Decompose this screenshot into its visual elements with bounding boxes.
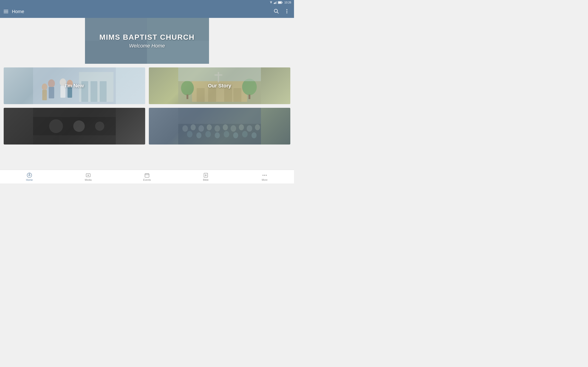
svg-line-8 (277, 12, 278, 13)
svg-rect-0 (274, 3, 275, 4)
status-icons: 10:26 (269, 1, 291, 4)
svg-rect-5 (282, 2, 282, 3)
battery-icon (278, 1, 283, 4)
more-icon (262, 173, 267, 178)
svg-rect-3 (277, 1, 277, 4)
nav-bible[interactable]: Bible (176, 173, 235, 181)
hero-tagline-text: Welcome Home (129, 43, 165, 49)
nav-bible-label: Bible (203, 178, 208, 181)
svg-marker-67 (88, 175, 89, 176)
home-icon (27, 173, 32, 178)
media-icon (86, 173, 91, 178)
svg-rect-6 (278, 2, 281, 3)
nav-events-label: Events (143, 178, 151, 181)
svg-point-11 (286, 12, 287, 13)
wifi-icon (269, 1, 273, 4)
overflow-menu-icon (284, 9, 289, 14)
svg-rect-1 (275, 2, 275, 4)
im-new-card[interactable]: I'm New (4, 67, 145, 104)
svg-point-9 (286, 9, 287, 10)
our-story-label-text: Our Story (208, 83, 231, 89)
events-icon (144, 173, 150, 178)
hero-banner[interactable]: MIMS BAPTIST CHURCH Welcome Home (85, 18, 209, 64)
bible-icon (203, 173, 208, 178)
im-new-label: I'm New (4, 67, 145, 104)
menu-button[interactable] (4, 10, 8, 13)
card-grid: I'm New (0, 64, 294, 148)
card3-label (4, 108, 145, 144)
our-story-label: Our Story (149, 67, 290, 104)
search-icon (274, 9, 279, 14)
app-bar: Home (0, 5, 294, 18)
svg-rect-2 (276, 2, 276, 4)
hero-tagline: Welcome Home (129, 43, 165, 49)
svg-point-76 (264, 175, 265, 176)
status-bar: 10:26 (0, 0, 294, 5)
nav-media[interactable]: Media (59, 173, 118, 181)
nav-events[interactable]: Events (118, 173, 176, 181)
card4-label (149, 108, 290, 144)
nav-more-label: More (262, 178, 267, 181)
signal-icon (274, 1, 277, 4)
page-title: Home (12, 9, 273, 14)
nav-media-label: Media (85, 178, 92, 181)
bottom-nav: Home Media Events Bible (0, 170, 294, 184)
nav-home[interactable]: Home (0, 173, 59, 181)
main-content: MIMS BAPTIST CHURCH Welcome Home (0, 18, 294, 170)
overflow-menu-button[interactable] (284, 8, 290, 15)
nav-more[interactable]: More (235, 173, 294, 181)
card3[interactable] (4, 108, 145, 144)
hero-church-name: MIMS BAPTIST CHURCH (99, 33, 195, 42)
svg-point-10 (286, 11, 287, 12)
our-story-card[interactable]: Our Story (149, 67, 290, 104)
im-new-label-text: I'm New (65, 83, 84, 89)
svg-point-77 (266, 175, 267, 176)
nav-home-label: Home (26, 178, 33, 181)
card4[interactable] (149, 108, 290, 144)
svg-rect-68 (145, 174, 149, 177)
time-display: 10:26 (284, 1, 291, 4)
search-button[interactable] (273, 8, 280, 15)
svg-point-64 (29, 175, 30, 176)
app-bar-actions (273, 8, 290, 15)
hero-overlay: MIMS BAPTIST CHURCH Welcome Home (85, 18, 209, 64)
svg-point-75 (262, 175, 263, 176)
